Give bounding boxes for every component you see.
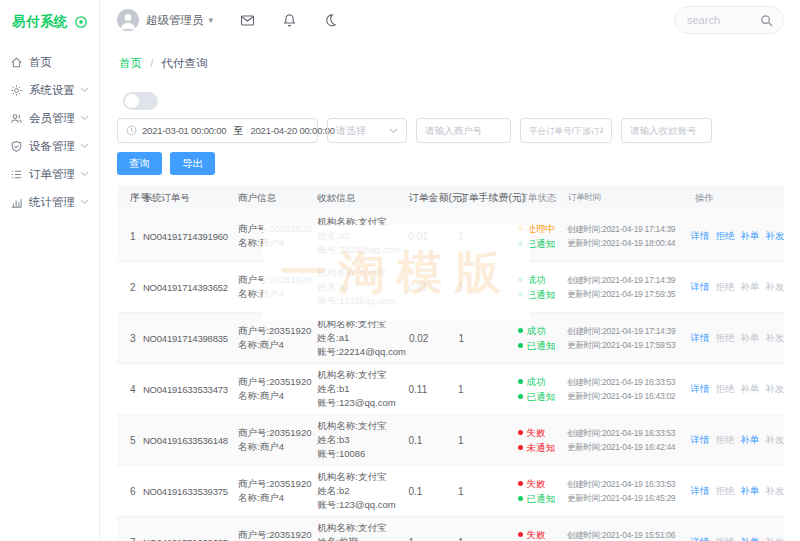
order-amount: 0.01 (409, 262, 459, 312)
breadcrumb-separator: / (150, 57, 153, 69)
action-supplement[interactable]: 补单 (741, 230, 760, 243)
date-range-picker[interactable]: 2021-03-01 00:00:00 至 2021-04-20 00:00:0… (117, 118, 318, 143)
order-time-line: 创建时间:2021-04-19 17:14:39 (567, 273, 691, 287)
payee-info: 机构名称:支付宝姓名:a1账号:123@qq.com (317, 262, 408, 312)
shield-icon (10, 140, 23, 153)
bell-icon[interactable] (282, 13, 297, 28)
orders-table: 序号系统订单号商户信息收款信息订单金额(元)订单手续费(元)订单状态订单时间操作… (117, 185, 784, 541)
merchant-info-line: 商户号:20351920 (238, 324, 314, 338)
order-time-line: 更新时间:2021-04-19 17:59:53 (567, 338, 691, 352)
moon-icon[interactable] (324, 13, 339, 28)
order-number: NO04191714391960 (143, 211, 238, 261)
table-toggle[interactable] (123, 92, 158, 110)
avatar[interactable] (117, 9, 139, 31)
order-no-input[interactable] (520, 118, 612, 143)
merchant-info: 商户号:20351920名称:商户4 (238, 262, 317, 312)
action-detail[interactable]: 详情 (691, 332, 710, 345)
query-button[interactable]: 查询 (117, 152, 162, 175)
action-detail[interactable]: 详情 (691, 281, 710, 294)
action-detail[interactable]: 详情 (691, 434, 710, 447)
order-amount: 0.02 (409, 313, 459, 363)
chart-icon (10, 196, 23, 209)
merchant-info-line: 商户号:20351920 (238, 222, 314, 236)
table-header-row: 序号系统订单号商户信息收款信息订单金额(元)订单手续费(元)订单状态订单时间操作 (117, 185, 784, 211)
order-time: 创建时间:2021-04-19 16:33:53更新时间:2021-04-19 … (567, 415, 694, 465)
action-detail[interactable]: 详情 (691, 383, 710, 396)
status-badge: 已通知 (518, 236, 565, 251)
status-dot (518, 394, 523, 399)
sidebar-item-users[interactable]: 会员管理 (0, 104, 99, 132)
user-name[interactable]: 超级管理员 (146, 13, 204, 28)
table-row: 3NO04191714398835商户号:20351920名称:商户4机构名称:… (117, 313, 784, 364)
action-detail[interactable]: 详情 (691, 485, 710, 498)
status-dot (518, 292, 523, 297)
payee-account-input[interactable] (621, 118, 712, 143)
action-supplement[interactable]: 补单 (741, 485, 760, 498)
mail-icon[interactable] (240, 13, 255, 28)
status-badge: 已通知 (518, 491, 565, 506)
order-fee: 1 (458, 415, 517, 465)
order-time-line: 更新时间:2021-04-19 17:59:35 (567, 287, 691, 301)
collapse-sidebar-icon[interactable] (74, 15, 88, 29)
payee-info-line: 账号:123@qq.com (317, 396, 405, 410)
caret-down-icon[interactable]: ▾ (209, 15, 214, 25)
payee-info-line: 姓名:a2 (317, 229, 405, 243)
payee-info-line: 账号:3434@qq.com (317, 243, 405, 257)
merchant-info-line: 名称:商户4 (238, 491, 314, 505)
action-detail[interactable]: 详情 (691, 536, 710, 541)
column-header: 订单状态 (519, 188, 569, 209)
status-dot (518, 481, 523, 486)
status-dot (518, 496, 523, 501)
action-supplement[interactable]: 补单 (741, 434, 760, 447)
merchant-info-line: 商户号:20351920 (238, 477, 314, 491)
order-amount: 0.11 (409, 364, 459, 414)
payee-info-line: 姓名:b2 (317, 484, 405, 498)
payee-info-line: 账号:123@qq.com (317, 294, 405, 308)
payee-info-line: 账号:22214@qq.com (317, 345, 406, 359)
status-dot (518, 241, 523, 246)
table-row: 2NO04191714393652商户号:20351920名称:商户4机构名称:… (117, 262, 784, 313)
status-select[interactable]: 请选择 (327, 118, 407, 143)
search-input[interactable] (685, 13, 757, 27)
status-dot (518, 379, 523, 384)
action-detail[interactable]: 详情 (691, 230, 710, 243)
sidebar-menu: 首页系统设置会员管理设备管理订单管理统计管理 (0, 48, 99, 216)
payee-info: 机构名称:支付宝姓名:前期账号:1234 (317, 517, 408, 541)
search-icon[interactable] (760, 14, 773, 27)
order-fee: 1 (458, 364, 517, 414)
action-reject[interactable]: 拒绝 (716, 230, 735, 243)
sidebar-item-shield[interactable]: 设备管理 (0, 132, 99, 160)
payee-info-line: 姓名:b3 (317, 433, 405, 447)
sidebar-item-list[interactable]: 订单管理 (0, 160, 99, 188)
order-amount: 0.1 (409, 415, 459, 465)
breadcrumb: 首页 / 代付查询 (119, 56, 784, 71)
action-supplement[interactable]: 补单 (741, 536, 760, 541)
list-icon (10, 168, 23, 181)
table-row: 6NO04191633539375商户号:20351920名称:商户4机构名称:… (117, 466, 784, 517)
status-dot (518, 532, 523, 537)
payee-info-line: 姓名:前期 (317, 535, 405, 541)
order-time-line: 创建时间:2021-04-19 16:33:53 (567, 477, 691, 491)
status-dot (518, 226, 523, 231)
action-resend[interactable]: 补发 (766, 230, 785, 243)
merchant-no-input[interactable] (416, 118, 511, 143)
table-body: 1NO04191714391960商户号:20351920名称:商户4机构名称:… (117, 211, 784, 541)
export-button[interactable]: 导出 (170, 152, 215, 175)
sidebar-item-chart[interactable]: 统计管理 (0, 188, 99, 216)
order-number: NO04191714393652 (143, 262, 238, 312)
payee-info-line: 账号:10086 (317, 447, 405, 461)
sidebar-item-gear[interactable]: 系统设置 (0, 76, 99, 104)
status-label: 失败 (527, 527, 546, 541)
breadcrumb-home[interactable]: 首页 (119, 57, 142, 69)
order-time-line: 创建时间:2021-04-19 17:14:39 (567, 324, 691, 338)
action-supplement: 补单 (741, 281, 760, 294)
action-resend: 补发 (766, 485, 785, 498)
status-label: 成功 (527, 272, 546, 287)
merchant-info-line: 名称:商户4 (238, 287, 314, 301)
chevron-down-icon (80, 143, 89, 149)
clock-icon (126, 125, 137, 136)
sidebar-item-home[interactable]: 首页 (0, 48, 99, 76)
table-row: 1NO04191714391960商户号:20351920名称:商户4机构名称:… (117, 211, 784, 262)
order-time-line: 更新时间:2021-04-19 16:45:29 (567, 491, 691, 505)
action-reject: 拒绝 (716, 485, 735, 498)
